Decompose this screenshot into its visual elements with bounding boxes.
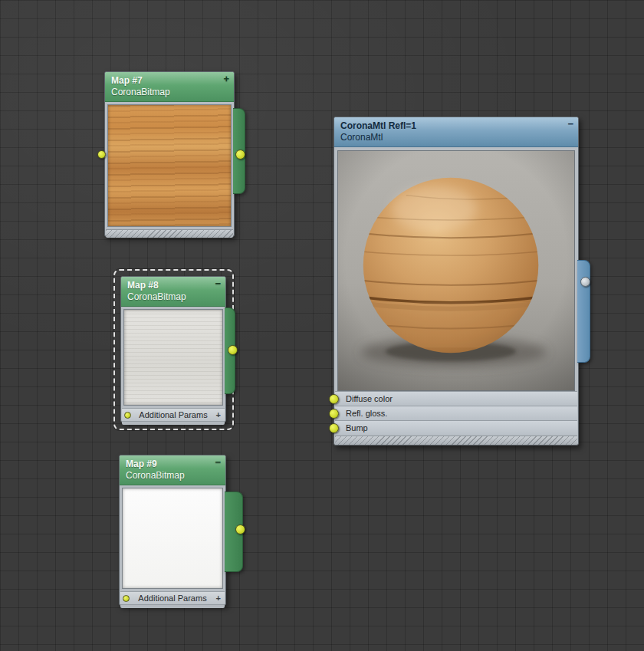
material-render-preview[interactable] xyxy=(337,150,575,391)
slot-label-refl-gloss: Refl. gloss. xyxy=(346,409,387,418)
map7-subtitle: CoronaBitmap xyxy=(111,87,228,98)
map7-bitmap-preview[interactable] xyxy=(107,104,232,227)
map8-params-label: Additional Params xyxy=(139,410,207,419)
map9-additional-params-row[interactable]: Additional Params + xyxy=(120,591,225,604)
material-subtitle: CoronaMtl xyxy=(340,132,572,143)
slot-label-diffuse-color: Diffuse color xyxy=(346,394,393,403)
map7-title: Map #7 xyxy=(111,74,228,87)
map9-params-label: Additional Params xyxy=(138,593,206,603)
map9-output-socket[interactable] xyxy=(235,524,245,534)
material-output-socket[interactable] xyxy=(580,277,590,287)
map8-title: Map #8 xyxy=(127,279,219,291)
map8-params-socket[interactable] xyxy=(124,412,131,419)
map7-resize-grip[interactable] xyxy=(106,229,233,238)
collapse-icon[interactable]: − xyxy=(567,119,573,130)
refl-gloss-input-socket[interactable] xyxy=(329,409,339,419)
sphere-render xyxy=(338,151,574,390)
expand-icon[interactable]: + xyxy=(223,74,229,84)
material-output-tab[interactable] xyxy=(577,260,590,363)
node-map9[interactable]: Map #9 CoronaBitmap − Additional Params … xyxy=(119,455,226,606)
bump-input-socket[interactable] xyxy=(329,423,339,433)
map8-params-expand-icon[interactable]: + xyxy=(216,409,221,421)
map9-params-socket[interactable] xyxy=(123,595,130,602)
map7-input-socket[interactable] xyxy=(97,150,106,159)
map7-header[interactable]: Map #7 CoronaBitmap + xyxy=(105,72,234,102)
map9-bitmap-preview[interactable] xyxy=(122,488,223,589)
map9-header[interactable]: Map #9 CoronaBitmap − xyxy=(120,455,225,485)
map8-bottom-strip xyxy=(122,421,225,425)
material-resize-grip[interactable] xyxy=(335,436,577,445)
slot-row-diffuse-color[interactable]: Diffuse color xyxy=(335,391,577,406)
map7-output-socket[interactable] xyxy=(235,150,245,159)
map9-bottom-strip xyxy=(120,604,225,608)
map8-subtitle: CoronaBitmap xyxy=(127,291,219,303)
map9-title: Map #9 xyxy=(126,458,219,470)
material-header[interactable]: CoronaMtl Refl=1 CoronaMtl − xyxy=(334,117,578,147)
map8-header[interactable]: Map #8 CoronaBitmap − xyxy=(121,277,225,307)
map8-additional-params-row[interactable]: Additional Params + xyxy=(122,408,225,421)
slot-label-bump: Bump xyxy=(346,423,368,432)
map9-subtitle: CoronaBitmap xyxy=(126,470,219,482)
node-map8[interactable]: Map #8 CoronaBitmap − Additional Params … xyxy=(120,276,226,422)
diffuse-color-input-socket[interactable] xyxy=(329,394,339,404)
slot-row-bump[interactable]: Bump xyxy=(335,420,577,435)
collapse-icon[interactable]: − xyxy=(215,457,221,468)
collapse-icon[interactable]: − xyxy=(215,278,221,289)
material-title: CoronaMtl Refl=1 xyxy=(340,120,572,132)
map8-bitmap-preview[interactable] xyxy=(123,309,223,406)
node-coronamtl[interactable]: CoronaMtl Refl=1 CoronaMtl − xyxy=(334,117,579,446)
map9-params-expand-icon[interactable]: + xyxy=(216,592,221,604)
slot-row-refl-gloss[interactable]: Refl. gloss. xyxy=(335,406,577,420)
node-map7[interactable]: Map #7 CoronaBitmap + xyxy=(104,71,235,237)
map8-output-socket[interactable] xyxy=(228,345,238,355)
node-graph-canvas[interactable]: Map #7 CoronaBitmap + Map #8 CoronaBitma… xyxy=(0,0,644,651)
